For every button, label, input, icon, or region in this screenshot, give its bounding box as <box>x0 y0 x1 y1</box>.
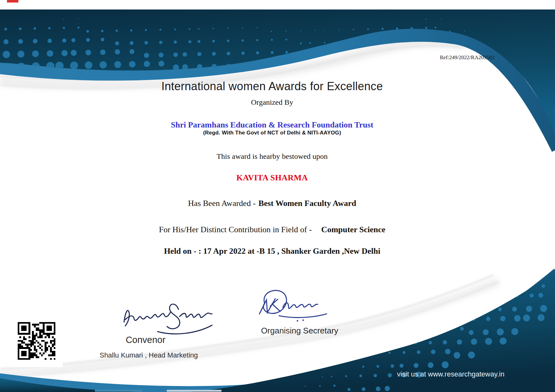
field-line-prefix: For His/Her Distinct Contribution in Fie… <box>159 225 312 234</box>
ref-number: Ref:249/2022/RA203582 <box>440 54 495 61</box>
convenor-name: Shallu Kumari , Head Marketing <box>85 351 212 359</box>
organized-by-label: Organized By <box>0 98 544 107</box>
award-line-prefix: Has Been Awarded - <box>188 199 255 208</box>
secretary-title: Organising Secretary <box>257 326 342 336</box>
event-line: Held on - : 17 Apr 2022 at -B 15 , Shank… <box>0 246 544 256</box>
recipient-name: KAVITA SHARMA <box>0 173 544 183</box>
red-corner-mark <box>7 0 18 3</box>
convenor-title: Convenor <box>104 335 187 345</box>
bottom-bar-right <box>167 390 221 392</box>
secretary-signature-icon <box>250 285 337 324</box>
bottom-bar-left <box>95 390 142 392</box>
field-value: Computer Science <box>321 225 385 234</box>
award-line: Has Been Awarded -Best Women Faculty Awa… <box>0 199 544 208</box>
organization-name: Shri Paramhans Education & Research Foun… <box>0 120 544 130</box>
certificate: Ref:249/2022/RA203582 International wome… <box>0 0 555 392</box>
certificate-title: International women Awards for Excellenc… <box>0 80 544 93</box>
bestowed-line: This award is hearby bestowed upon <box>0 152 544 161</box>
registration-line: (Regd. With The Govt of NCT of Delhi & N… <box>0 130 544 136</box>
qr-code <box>10 315 63 367</box>
halftone-dots <box>3 19 465 71</box>
award-name: Best Women Faculty Award <box>259 199 356 208</box>
field-line: For His/Her Distinct Contribution in Fie… <box>0 225 544 234</box>
website-link: visit us at www.researchgateway.in <box>396 370 505 378</box>
